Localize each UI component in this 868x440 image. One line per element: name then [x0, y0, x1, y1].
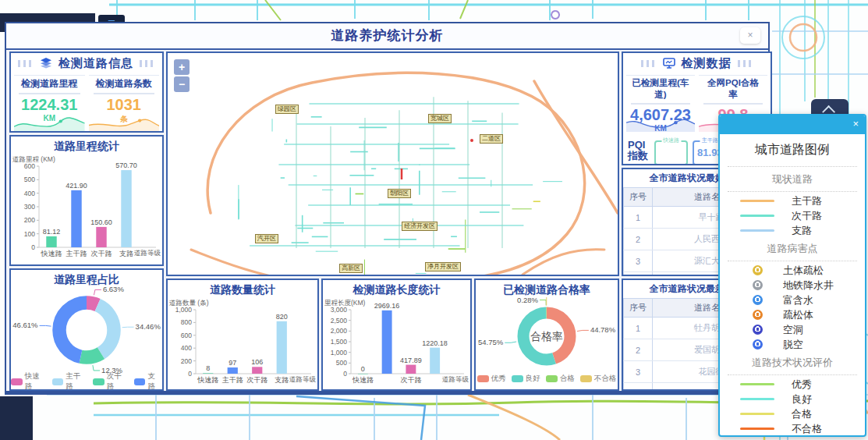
panel-length-chart: 检测道路长度统计 里程长度(KM)道路等级05001,0001,5002,000…	[321, 279, 472, 391]
legend-item: 合格	[728, 406, 857, 421]
column-header: 序号	[624, 188, 653, 207]
legend-swatch	[11, 378, 23, 385]
legend-label: 主干路	[66, 371, 87, 391]
bars-deco-icon	[738, 60, 753, 67]
stat-label: 检测道路条数	[94, 76, 155, 94]
map-legend-dialog: × 城市道路图例 现状道路 主干路 次干路 支路 道路病害点 土体疏松 地铁降水…	[718, 114, 866, 437]
chart-title: 道路里程统计	[11, 137, 162, 154]
chart-title: 道路里程占比	[11, 270, 162, 287]
panel-road-info: 检测道路信息 检测道路里程 1224.31 KM 检测道路条数 1031 条	[9, 51, 164, 133]
legend-section-heading: 现状道路	[728, 169, 857, 190]
svg-text:1,500: 1,500	[331, 338, 348, 346]
svg-text:支路: 支路	[119, 250, 133, 257]
legend-swatch	[477, 375, 489, 382]
zoom-out-button[interactable]: −	[174, 76, 190, 92]
panel-qualified-chart: 已检测道路合格率 44.78%54.75%0.28%0.19%合格率 优秀 良好…	[474, 279, 619, 391]
legend-item: 快速路	[11, 371, 47, 391]
svg-text:150.60: 150.60	[90, 218, 112, 226]
legend-section-heading: 道路大中修	[728, 436, 857, 437]
svg-text:100: 100	[24, 230, 35, 238]
svg-text:46.61%: 46.61%	[12, 321, 38, 329]
svg-text:道路等级: 道路等级	[289, 375, 317, 383]
svg-text:820: 820	[276, 313, 288, 321]
stat-label: 检测道路里程	[19, 76, 80, 94]
map-zoom-controls: + −	[174, 59, 190, 92]
row-index: 4	[624, 272, 653, 277]
svg-text:0: 0	[31, 243, 35, 251]
share_donut-svg: 6.63%34.46%12.3%46.61%	[11, 287, 162, 373]
map-district-label: 净月开发区	[425, 262, 461, 271]
legend-label: 合格	[560, 374, 575, 384]
row-index: 2	[624, 339, 653, 361]
city-road-map[interactable]	[168, 53, 618, 275]
svg-text:次干路: 次干路	[246, 376, 267, 384]
legend-item: 次干路	[93, 371, 129, 391]
legend-item: 良好	[512, 374, 540, 384]
svg-text:97: 97	[229, 359, 236, 367]
legend-item: 主干路	[728, 193, 857, 208]
legend-swatch	[580, 375, 592, 382]
svg-text:0: 0	[343, 370, 347, 378]
svg-text:6.63%: 6.63%	[103, 287, 124, 293]
svg-text:8: 8	[206, 364, 210, 372]
defect-icon	[753, 295, 763, 305]
svg-text:0: 0	[361, 365, 365, 373]
map-district-label: 汽开区	[255, 234, 278, 243]
pqi-box-express: 快速路	[654, 140, 689, 165]
stat-card-count: 检测道路条数 1031 条	[89, 75, 160, 132]
close-icon[interactable]: ×	[740, 27, 760, 44]
map-district-label: 高新区	[339, 264, 363, 273]
line-swatch	[740, 383, 774, 385]
detect-data-title: 检测数据	[682, 56, 732, 71]
svg-text:1,000: 1,000	[175, 306, 193, 314]
legend-item: 不合格	[728, 421, 857, 436]
chart-title: 道路数量统计	[168, 280, 317, 297]
legend-swatch	[512, 375, 523, 382]
bars-deco-icon	[140, 60, 155, 67]
legend-item: 富含水	[728, 293, 857, 307]
pqi-index-label: PQI 指数	[628, 140, 650, 161]
zoom-in-button[interactable]: +	[174, 59, 190, 75]
legend-body: 城市道路图例 现状道路 主干路 次干路 支路 道路病害点 土体疏松 地铁降水井 …	[720, 134, 865, 437]
legend-swatch	[93, 378, 105, 385]
stat-label: 已检测里程(车道)	[631, 76, 690, 105]
legend-item: 土体疏松	[728, 263, 857, 278]
panel-count-chart: 道路数量统计 道路数量 (条)道路等级02004006008001,0008快速…	[166, 279, 319, 391]
mileage_bar-svg: 道路里程 (KM)道路等级010020030040050060081.12快速路…	[11, 154, 162, 263]
pqi-box-label: 主干路	[700, 137, 720, 144]
legend-item: 不合格	[580, 374, 617, 384]
panel-mileage-chart: 道路里程统计 道路里程 (KM)道路等级01002003004005006008…	[9, 135, 164, 266]
svg-text:3,000: 3,000	[331, 306, 348, 314]
legend-item: 合格	[546, 374, 575, 384]
legend-section-heading: 道路技术状况评价	[728, 352, 857, 373]
stat-value: 1224.31	[14, 96, 85, 114]
sparkline	[89, 115, 160, 132]
svg-text:417.89: 417.89	[400, 357, 422, 364]
legend-swatch	[134, 378, 146, 385]
layers-icon	[40, 58, 52, 69]
chart-title: 检测道路长度统计	[323, 280, 470, 297]
legend-item: 支路	[134, 371, 162, 391]
svg-text:81.12: 81.12	[43, 228, 61, 236]
row-index: 3	[624, 361, 653, 383]
road-info-cards: 检测道路里程 1224.31 KM 检测道路条数 1031 条	[11, 73, 162, 133]
svg-text:快速路: 快速路	[197, 376, 218, 384]
row-index: 1	[624, 207, 653, 229]
map-district-label: 二道区	[480, 134, 503, 144]
svg-text:200: 200	[24, 216, 35, 224]
column-header: 序号	[624, 299, 653, 318]
page-title: 道路养护统计分析	[6, 23, 768, 48]
legend-swatch	[546, 375, 558, 382]
svg-text:次干路: 次干路	[91, 250, 112, 257]
svg-text:570.70: 570.70	[115, 161, 137, 169]
mileage-share-donut: 6.63%34.46%12.3%46.61%	[11, 287, 162, 373]
legend-label: 次干路	[107, 371, 129, 391]
legend-item: 疏松体	[728, 307, 857, 322]
legend-header: ×	[720, 115, 865, 134]
legend-label: 优秀	[491, 374, 506, 384]
svg-text:0: 0	[188, 370, 192, 378]
legend-label: 快速路	[25, 371, 47, 391]
count-bar-chart: 道路数量 (条)道路等级02004006008001,0008快速路97主干路1…	[168, 297, 317, 389]
length-bar-chart: 里程长度(KM)道路等级05001,0001,5002,0002,5003,00…	[323, 297, 470, 389]
close-icon[interactable]: ×	[852, 118, 859, 130]
